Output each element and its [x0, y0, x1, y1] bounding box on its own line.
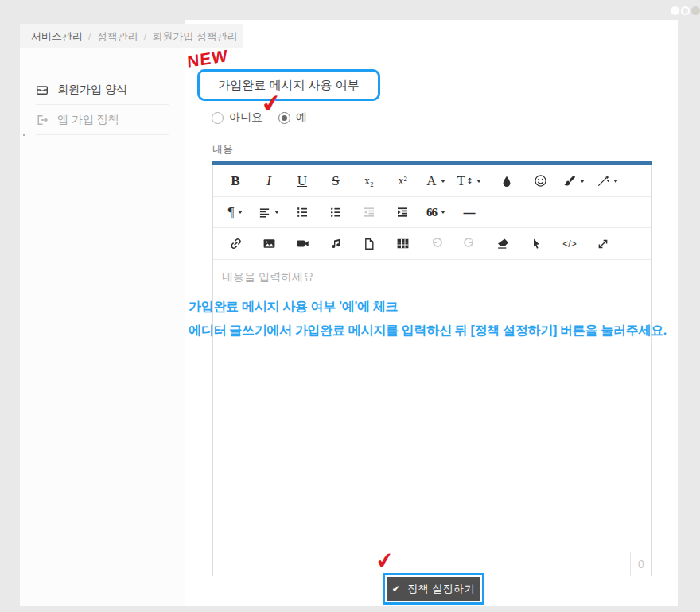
chevron-down-icon	[580, 180, 585, 183]
subscript-button[interactable]: x₂	[352, 169, 386, 193]
fullscreen-button[interactable]	[586, 232, 620, 256]
outdent-button[interactable]	[352, 200, 386, 224]
content-field-label: 내용	[212, 142, 233, 157]
file-button[interactable]	[352, 232, 386, 256]
chevron-down-icon	[274, 211, 279, 214]
red-check-annotation: ✔	[374, 547, 395, 575]
set-policy-button-label: 정책 설정하기	[407, 582, 475, 596]
droplet-icon	[500, 175, 513, 188]
sidebar-item-label: 앱 가입 정책	[57, 113, 119, 127]
quote-button[interactable]: 66	[419, 200, 453, 224]
align-button[interactable]	[252, 200, 286, 224]
sidebar-item-app-signup-policy[interactable]: 앱 가입 정책	[36, 105, 169, 135]
smiley-icon	[534, 174, 547, 188]
eraser-icon	[496, 237, 510, 250]
image-button[interactable]	[252, 232, 286, 256]
redo-button[interactable]	[453, 232, 486, 256]
policy-title: 가입완료 메시지 사용 여부	[218, 78, 360, 93]
breadcrumb-item[interactable]: 정책관리	[97, 29, 138, 44]
video-icon	[296, 237, 309, 250]
chevron-down-icon	[441, 211, 445, 214]
policy-title-highlight-box: 가입완료 메시지 사용 여부	[197, 69, 380, 101]
highlight-color-button[interactable]	[490, 169, 523, 193]
guide-annotation-line1: 가입완료 메시지 사용 여부 '예'에 체크	[189, 299, 398, 316]
code-view-button[interactable]: </>	[553, 232, 586, 256]
superscript-button[interactable]: x²	[386, 169, 419, 193]
bold-button[interactable]: B	[219, 169, 252, 193]
breadcrumb: 서비스관리 / 정책관리 / 회원가입 정책관리	[20, 24, 243, 48]
table-button[interactable]	[386, 232, 419, 256]
editor-toolbar-row3: </>	[213, 228, 651, 260]
chevron-down-icon	[476, 180, 481, 183]
horizontal-rule-button[interactable]: —	[453, 200, 486, 224]
breadcrumb-separator: /	[88, 30, 91, 42]
eraser-button[interactable]	[486, 232, 519, 256]
editor-toolbar-row1: B I U S x₂ x² A T↕	[213, 165, 651, 197]
indent-button[interactable]	[386, 200, 419, 224]
sidebar-item-label: 회원가입 양식	[57, 83, 127, 97]
rich-text-editor: B I U S x₂ x² A T↕	[212, 161, 652, 576]
bullet-list-button[interactable]	[319, 200, 352, 224]
window-dot-icon[interactable]	[671, 6, 679, 15]
red-check-annotation: ✔	[259, 87, 283, 119]
line-height-button[interactable]: T↕	[453, 169, 486, 193]
chevron-down-icon	[441, 180, 445, 183]
editor-toolbar-row2: ¶	[213, 197, 651, 228]
window-controls	[671, 6, 700, 15]
underline-button[interactable]: U	[286, 169, 319, 193]
select-button[interactable]	[519, 232, 553, 256]
window-dot-icon[interactable]	[681, 6, 690, 15]
font-color-button[interactable]: A	[419, 169, 453, 193]
use-message-radio-group: 아니요 예	[212, 110, 307, 125]
guide-annotation-line2: 에디터 글쓰기에서 가입완료 메시지를 입력하신 뒤 [정책 설정하기] 버튼을…	[189, 323, 667, 339]
radio-no-label[interactable]: 아니요	[229, 110, 262, 125]
file-icon	[363, 238, 375, 250]
breadcrumb-item[interactable]: 서비스관리	[31, 29, 83, 44]
cursor-icon	[530, 238, 542, 250]
image-icon	[262, 237, 276, 250]
bullet-list-icon	[329, 206, 342, 219]
sign-out-icon	[36, 114, 49, 126]
app-screen: 서비스관리 / 정책관리 / 회원가입 정책관리 회원가입 양식 앱 가입 정	[0, 0, 700, 612]
ordered-list-icon	[296, 206, 309, 219]
breadcrumb-separator: /	[144, 30, 147, 42]
paragraph-format-button[interactable]: ¶	[219, 200, 252, 224]
italic-button[interactable]: I	[252, 169, 286, 193]
stray-dot	[23, 134, 25, 136]
link-icon	[229, 237, 243, 250]
inbox-icon	[36, 83, 49, 96]
breadcrumb-item: 회원가입 정책관리	[152, 29, 238, 44]
sidebar-item-signup-form[interactable]: 회원가입 양식	[36, 75, 169, 105]
chevron-down-icon	[613, 180, 618, 183]
emoticon-button[interactable]	[523, 169, 557, 193]
chevron-down-icon	[238, 211, 243, 214]
editor-placeholder: 내용을 입력하세요	[222, 270, 314, 285]
radio-yes-label[interactable]: 예	[296, 110, 307, 125]
link-button[interactable]	[219, 232, 252, 256]
music-button[interactable]	[319, 232, 352, 256]
toolbar-separator	[488, 171, 488, 192]
wand-icon	[597, 175, 609, 188]
magic-style-button[interactable]	[590, 169, 624, 193]
check-icon: ✔	[392, 583, 401, 595]
radio-no[interactable]	[212, 112, 224, 124]
indent-icon	[396, 206, 409, 219]
undo-icon	[430, 237, 443, 250]
music-note-icon	[329, 238, 342, 250]
align-left-icon	[259, 207, 270, 219]
char-counter: 0	[630, 552, 651, 576]
expand-icon	[597, 238, 609, 250]
undo-button[interactable]	[419, 232, 453, 256]
set-policy-button[interactable]: ✔ 정책 설정하기	[387, 577, 480, 601]
strikethrough-button[interactable]: S	[319, 169, 352, 193]
redo-icon	[463, 237, 476, 250]
sidebar: 회원가입 양식 앱 가입 정책	[20, 48, 185, 606]
outdent-icon	[363, 206, 375, 219]
paint-format-button[interactable]	[557, 169, 590, 193]
brush-icon	[563, 175, 576, 188]
ordered-list-button[interactable]	[286, 200, 319, 224]
video-button[interactable]	[286, 232, 319, 256]
updown-arrow-icon: ↕	[466, 176, 472, 185]
table-icon	[396, 237, 410, 250]
window-dot-icon[interactable]	[691, 6, 700, 15]
